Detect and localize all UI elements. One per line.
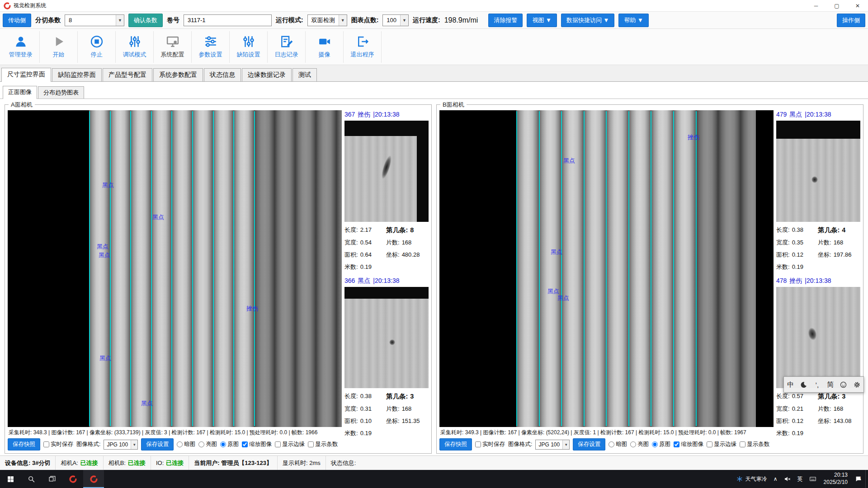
stop-button[interactable]: 停止 (78, 31, 116, 63)
ime-settings-gear-icon[interactable] (851, 378, 863, 391)
taskbar-app-pinned[interactable] (62, 470, 83, 488)
save-settings-button[interactable]: 保存设置 (141, 438, 174, 450)
weather-widget[interactable]: 天气寒冷 (733, 470, 770, 488)
view-menu-button[interactable]: 视图 ▼ (527, 14, 557, 27)
taskbar-search-button[interactable] (21, 470, 42, 488)
subtab-trend-chart[interactable]: 分布趋势图表 (38, 86, 84, 99)
tab-status-info[interactable]: 状态信息 (204, 68, 241, 81)
defect-thumbnail[interactable] (776, 121, 860, 222)
run-mode-label: 运行模式: (276, 16, 303, 24)
ime-simplified-button[interactable]: 简 (825, 378, 836, 391)
image-format-select[interactable]: JPG 100▾ (104, 440, 138, 450)
taskbar-app-running[interactable] (83, 470, 104, 488)
camera-image-b[interactable]: 挫伤 黑点 黑点 黑点 黑点 (439, 110, 774, 427)
app-logo-icon (4, 2, 11, 9)
strip-line (89, 111, 90, 426)
emoji-icon[interactable] (838, 378, 849, 391)
show-desktop-button[interactable] (865, 470, 868, 488)
camera-panels: A面相机 黑点 黑点 (0, 99, 868, 455)
image-format-select[interactable]: JPG 100▾ (535, 440, 570, 450)
save-snapshot-button[interactable]: 保存快照 (439, 438, 472, 450)
strip-line (171, 111, 172, 426)
defect-label: 黑点 (551, 248, 562, 256)
original-image-radio[interactable]: 原图 (652, 441, 670, 448)
confirm-count-button[interactable]: 确认条数 (128, 14, 163, 27)
defect-thumbnail[interactable] (776, 287, 860, 388)
ime-language-indicator[interactable]: 英 (794, 470, 806, 488)
tray-overflow-chevron[interactable]: ∧ (770, 470, 781, 488)
defect-card[interactable]: 367挫伤|20:13:38 长度:2.17 第几条:8 宽度:0.54 片数:… (344, 110, 429, 271)
window-title: 视觉检测系统 (14, 2, 46, 9)
subtab-front-image[interactable]: 正面图像 (3, 86, 37, 99)
bright-image-radio[interactable]: 亮图 (630, 441, 649, 448)
ime-lang-mode-button[interactable]: 中 (785, 378, 797, 391)
task-view-button[interactable] (42, 470, 62, 488)
maximize-button[interactable]: ▢ (826, 0, 847, 11)
realtime-save-checkbox[interactable]: 实时保存 (43, 441, 73, 448)
moon-shape-mode-icon[interactable] (798, 378, 810, 391)
panel-b-title: B面相机 (440, 101, 467, 109)
strip-line (110, 111, 111, 426)
stat-meters: 米数:0.19 (344, 263, 386, 271)
touch-keyboard-button[interactable] (806, 470, 820, 488)
run-mode-select[interactable]: 双面检测 ▼ (307, 14, 347, 26)
roll-number-input[interactable] (184, 14, 272, 26)
system-config-button[interactable]: 系统配置 (154, 31, 192, 63)
stat-pieces: 片数:168 (386, 239, 429, 247)
dark-image-radio[interactable]: 暗图 (177, 441, 195, 448)
zoom-image-checkbox[interactable]: 缩放图像 (674, 441, 703, 448)
exit-program-button[interactable]: 退出程序 (344, 31, 382, 63)
current-user: 当前用户: 管理员【123-123】 (189, 456, 278, 470)
defect-settings-button[interactable]: 缺陷设置 (230, 31, 268, 63)
close-button[interactable]: ✕ (847, 0, 868, 11)
show-count-checkbox[interactable]: 显示条数 (740, 441, 769, 448)
chart-points-select[interactable]: 100 ▼ (382, 14, 409, 26)
param-settings-button[interactable]: 参数设置 (192, 31, 230, 63)
tab-system-params[interactable]: 系统参数配置 (153, 68, 203, 81)
tab-test[interactable]: 测试 (292, 68, 317, 81)
tab-size-monitor[interactable]: 尺寸监控界面 (1, 68, 51, 82)
taskbar-clock[interactable]: 20:13 2025/2/10 (820, 470, 852, 488)
defect-card[interactable]: 479黑点|20:13:38 长度:0.38 第几条:4 宽度:0.35 片数:… (776, 110, 860, 271)
slit-count-select[interactable]: 8 ▼ (65, 14, 124, 26)
tab-defect-monitor[interactable]: 缺陷监控界面 (52, 68, 102, 81)
help-menu-button[interactable]: 帮助 ▼ (618, 14, 648, 27)
system-tray: 天气寒冷 ∧ 英 20:13 2025/2/10 (733, 470, 868, 488)
defect-label: 黑点 (97, 243, 108, 251)
start-menu-button[interactable] (0, 470, 21, 488)
volume-button[interactable] (781, 470, 794, 488)
defect-card[interactable]: 366黑点|20:13:38 长度:0.38 第几条:3 宽度:0.31 片数:… (344, 277, 429, 437)
camera-record-button[interactable]: 摄像 (306, 31, 344, 63)
defect-thumbnail[interactable] (344, 287, 429, 388)
admin-login-button[interactable]: 管理登录 (2, 31, 40, 63)
debug-mode-button[interactable]: 调试模式 (116, 31, 154, 63)
defect-header: 366黑点|20:13:38 (344, 277, 429, 287)
start-button[interactable]: 开始 (40, 31, 78, 63)
app-logo-icon (69, 475, 77, 483)
defect-label: 黑点 (141, 399, 153, 408)
operate-side-button[interactable]: 操作侧 (837, 14, 865, 27)
bright-image-radio[interactable]: 亮图 (198, 441, 217, 448)
log-record-button[interactable]: 日志记录 (268, 31, 306, 63)
defect-thumbnail[interactable] (344, 121, 429, 222)
clear-alarm-button[interactable]: 清除报警 (488, 14, 523, 27)
tab-edge-data[interactable]: 边缘数据记录 (242, 68, 292, 81)
drive-side-button[interactable]: 传动侧 (3, 14, 31, 27)
play-icon (52, 35, 66, 48)
minimize-button[interactable]: ─ (806, 0, 826, 11)
action-center-button[interactable]: 6 (852, 470, 865, 488)
dark-image-radio[interactable]: 暗图 (609, 441, 627, 448)
defect-card[interactable]: 478挫伤|20:13:38 长度:0.57 第几条:3 宽度:0.21 片数:… (776, 277, 860, 437)
show-count-checkbox[interactable]: 显示条数 (308, 441, 338, 448)
save-snapshot-button[interactable]: 保存快照 (8, 438, 40, 450)
realtime-save-checkbox[interactable]: 实时保存 (475, 441, 505, 448)
original-image-radio[interactable]: 原图 (220, 441, 239, 448)
zoom-image-checkbox[interactable]: 缩放图像 (242, 441, 272, 448)
data-quick-access-button[interactable]: 数据快捷访问 ▼ (561, 14, 614, 27)
show-edge-checkbox[interactable]: 显示边缘 (707, 441, 736, 448)
tab-product-config[interactable]: 产品型号配置 (103, 68, 152, 81)
camera-image-a[interactable]: 黑点 黑点 黑点 黑点 挫伤 黑点 黑点 (8, 110, 342, 427)
ime-punctuation-button[interactable]: ’, (811, 378, 823, 391)
show-edge-checkbox[interactable]: 显示边缘 (275, 441, 305, 448)
save-settings-button[interactable]: 保存设置 (573, 438, 605, 450)
